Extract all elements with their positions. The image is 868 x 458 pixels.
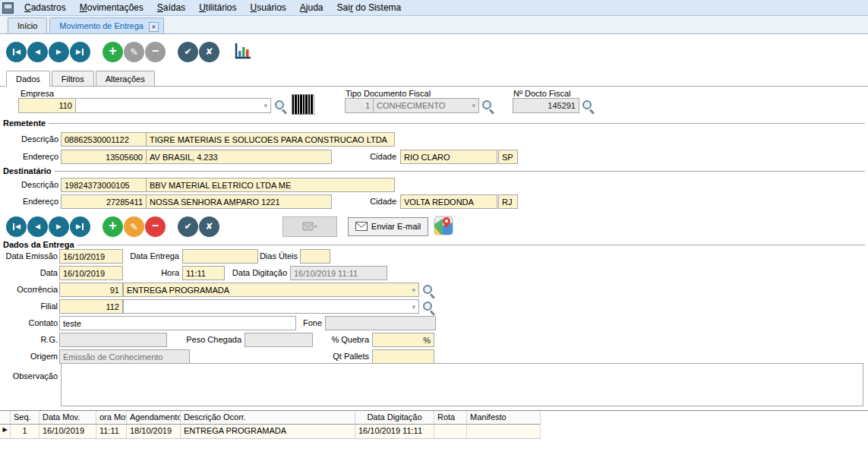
- destinatario-documento-field[interactable]: 19824373000105: [61, 178, 147, 192]
- grid-header-data-mov[interactable]: Data Mov.: [39, 411, 96, 424]
- remetente-group-header: Remetente: [3, 118, 865, 128]
- enviar-email-button[interactable]: Enviar E-mail: [348, 217, 428, 236]
- detail-confirm-button[interactable]: ✔: [178, 216, 198, 237]
- menu-item-usuarios[interactable]: Usuários: [243, 0, 292, 15]
- dias-uteis-label: Dias Úteis: [258, 251, 298, 261]
- prev-record-icon: ◀: [35, 223, 40, 230]
- empresa-combo[interactable]: ▾: [75, 98, 271, 113]
- detail-edit-button[interactable]: ✎: [124, 216, 144, 237]
- destinatario-cep-field[interactable]: 27285411: [61, 194, 147, 209]
- cancel-button[interactable]: ✘: [199, 42, 219, 62]
- last-record-button[interactable]: ▶: [70, 42, 90, 62]
- barcode-icon[interactable]: [292, 94, 314, 115]
- map-button[interactable]: [434, 216, 453, 237]
- menu-item-cadastros[interactable]: Cadastros: [17, 0, 73, 15]
- detail-first-record-button[interactable]: ◀: [6, 216, 27, 237]
- data-label: Data: [0, 268, 58, 277]
- tab-inicio[interactable]: Início: [8, 17, 47, 33]
- detail-next-record-button[interactable]: ▶: [49, 216, 69, 237]
- search-icon[interactable]: [422, 301, 436, 314]
- grid-header-hora-mov[interactable]: ora Mov.: [96, 411, 127, 424]
- search-icon[interactable]: [481, 99, 495, 113]
- delete-button[interactable]: −: [145, 42, 166, 62]
- origem-field: Emissão de Conhecimento: [59, 349, 190, 364]
- fone-field[interactable]: [325, 316, 436, 330]
- peso-chegada-field[interactable]: [245, 333, 313, 347]
- destinatario-nome-field[interactable]: BBV MATERIAL ELETRICO LTDA ME: [146, 178, 395, 192]
- detail-delete-button[interactable]: −: [145, 216, 166, 237]
- docto-fiscal-field[interactable]: 145291: [513, 98, 579, 113]
- ocorrencia-combo[interactable]: ENTREGA PROGRAMADA▾: [123, 283, 419, 297]
- search-icon[interactable]: [582, 99, 595, 113]
- filial-code-field[interactable]: 112: [59, 299, 123, 314]
- empresa-label: Empresa: [21, 89, 54, 98]
- first-record-icon: [13, 223, 14, 230]
- remetente-cidade-field[interactable]: RIO CLARO: [400, 150, 497, 164]
- grid-header-seq[interactable]: Seq.: [11, 411, 39, 424]
- ocorrencia-code-field[interactable]: 91: [59, 283, 123, 297]
- rg-field[interactable]: [59, 333, 167, 347]
- tipo-doc-code-field[interactable]: 1: [345, 98, 374, 113]
- grid-header-descricao-ocorr[interactable]: Descrição Ocorr.: [181, 411, 355, 424]
- close-icon[interactable]: ✕: [149, 22, 159, 32]
- hora-field[interactable]: 11:11: [182, 266, 225, 280]
- plus-icon: +: [109, 44, 117, 58]
- search-icon[interactable]: [274, 99, 288, 113]
- contato-field[interactable]: teste: [59, 316, 296, 330]
- grid-header-manifesto[interactable]: Manifesto: [467, 411, 541, 424]
- destinatario-cidade-field[interactable]: VOLTA REDONDA: [400, 194, 497, 209]
- detail-prev-record-button[interactable]: ◀: [27, 216, 48, 237]
- qt-pallets-field[interactable]: [372, 349, 434, 364]
- destinatario-uf-field[interactable]: RJ: [498, 194, 518, 209]
- menu-item-utilitarios[interactable]: Utilitários: [192, 0, 243, 15]
- grid-header-data-digitacao[interactable]: Data Digitação: [355, 411, 434, 424]
- chart-button[interactable]: [233, 42, 252, 62]
- remetente-uf-field[interactable]: SP: [498, 150, 518, 164]
- remetente-nome-field[interactable]: TIGRE MATERIAIS E SOLUCOES PARA CONSTRUC…: [146, 132, 395, 147]
- cell-manifesto: [467, 425, 541, 438]
- dias-uteis-field[interactable]: [300, 249, 330, 264]
- destinatario-group-header: Destinatário: [3, 166, 865, 175]
- grid-header-agendamento[interactable]: Agendamento: [127, 411, 181, 424]
- confirm-button[interactable]: ✔: [178, 42, 198, 62]
- next-record-button[interactable]: ▶: [49, 42, 69, 62]
- remetente-cep-field[interactable]: 13505600: [61, 150, 147, 164]
- pencil-icon: ✎: [130, 222, 138, 232]
- grid-row[interactable]: ▶ 1 16/10/2019 11:11 18/10/2019 ENTREGA …: [0, 425, 540, 439]
- send-disabled-button[interactable]: [282, 216, 337, 237]
- quebra-field[interactable]: %: [372, 333, 434, 347]
- prev-record-button[interactable]: ◀: [27, 42, 48, 62]
- tab-dados[interactable]: Dados: [6, 71, 50, 87]
- edit-button[interactable]: ✎: [124, 42, 144, 62]
- tab-movimento-de-entrega[interactable]: Movimento de Entrega ✕: [49, 17, 164, 33]
- observacao-field[interactable]: [61, 363, 863, 406]
- detail-add-button[interactable]: +: [103, 216, 123, 237]
- chevron-down-icon[interactable]: ▾: [409, 303, 415, 311]
- data-field[interactable]: 16/10/2019: [59, 266, 123, 280]
- detail-last-record-button[interactable]: ▶: [70, 216, 90, 237]
- detail-cancel-button[interactable]: ✘: [199, 216, 219, 237]
- tab-alteracoes[interactable]: Alterações: [96, 71, 155, 86]
- menu-item-movimentacoes[interactable]: Movimentações: [73, 0, 150, 15]
- data-entrega-field[interactable]: [182, 249, 258, 264]
- search-icon[interactable]: [422, 284, 436, 298]
- grid-header-rota[interactable]: Rota: [434, 411, 467, 424]
- enviar-email-label: Enviar E-mail: [371, 222, 421, 231]
- menu-item-saidas[interactable]: Saídas: [150, 0, 192, 15]
- menu-item-sair-do-sistema[interactable]: Sair do Sistema: [330, 0, 409, 15]
- chevron-down-icon[interactable]: ▾: [261, 102, 267, 109]
- chevron-down-icon[interactable]: ▾: [409, 286, 415, 294]
- filial-combo[interactable]: ▾: [123, 299, 419, 314]
- remetente-documento-field[interactable]: 08862530001122: [61, 132, 147, 147]
- menu-item-ajuda[interactable]: Ajuda: [293, 0, 330, 15]
- empresa-code-field[interactable]: 110: [18, 98, 76, 113]
- data-emissao-field[interactable]: 16/10/2019: [59, 249, 123, 264]
- chevron-down-icon[interactable]: ▾: [469, 102, 475, 109]
- tipo-doc-combo[interactable]: CONHECIMENTO▾: [373, 98, 479, 113]
- remetente-endereco-field[interactable]: AV BRASIL, 4.233: [146, 150, 332, 164]
- add-button[interactable]: +: [103, 42, 123, 62]
- first-record-button[interactable]: ◀: [6, 42, 27, 62]
- tab-filtros[interactable]: Filtros: [52, 71, 94, 86]
- remetente-cidade-label: Cidade: [340, 152, 396, 161]
- destinatario-endereco-field[interactable]: NOSSA SENHORA AMPARO 1221: [146, 194, 332, 209]
